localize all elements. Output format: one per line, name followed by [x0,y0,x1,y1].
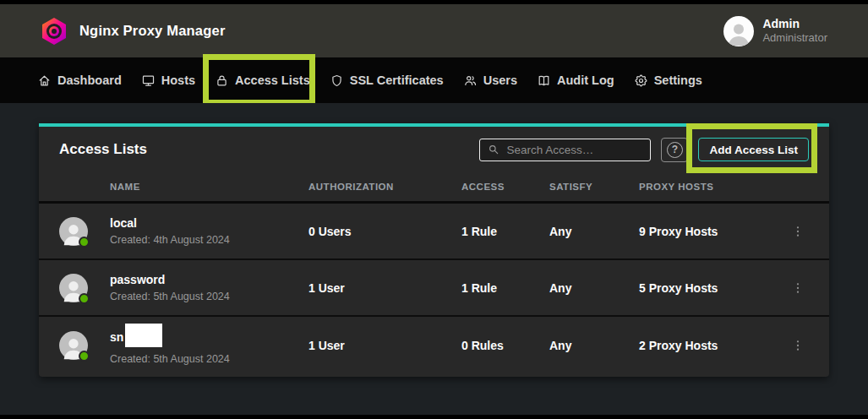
npm-logo-icon [41,17,68,46]
table-row[interactable]: password Created: 5th August 2024 1 User… [39,260,829,317]
proxy-hosts-value: 5 Proxy Hosts [639,281,766,295]
row-menu-button[interactable] [790,278,805,298]
proxy-hosts-value: 9 Proxy Hosts [639,225,766,238]
row-menu-button[interactable] [790,335,805,356]
search-box [479,139,651,161]
book-icon [537,73,551,88]
proxy-hosts-value: 2 Proxy Hosts [639,339,766,352]
column-header-authorization: AUTHORIZATION [308,182,461,192]
status-online-dot [79,351,90,362]
list-avatar-icon [59,274,88,302]
shield-icon [330,73,344,88]
column-header-access: ACCESS [461,182,549,192]
nav-item-hosts[interactable]: Hosts [141,73,195,88]
gear-icon [634,73,648,88]
nav-label: SSL Certificates [350,73,444,87]
access-list-created: Created: 5th August 2024 [110,291,230,302]
authorization-value: 1 User [308,339,461,352]
nav-label: Audit Log [557,73,614,87]
search-icon [488,144,500,155]
nav-label: Dashboard [57,73,122,87]
list-avatar-icon [59,331,88,360]
question-circle-icon: ? [667,142,683,158]
app-window: Nginx Proxy Manager Admin Administrator … [0,0,868,419]
top-header: Nginx Proxy Manager Admin Administrator [0,4,868,57]
nav-item-audit-log[interactable]: Audit Log [537,73,614,88]
nav-label: Users [483,73,517,87]
main-nav: Dashboard Hosts Access Lists SSL Certifi… [0,57,868,103]
column-header-proxy-hosts: PROXY HOSTS [639,182,766,192]
vertical-dots-icon [791,280,805,297]
table-row[interactable]: sn Created: 5th August 2024 1 User 0 Rul… [39,317,829,373]
access-value: 1 Rule [461,225,549,238]
column-header-satisfy: SATISFY [549,182,639,192]
user-role: Administrator [762,31,827,45]
column-header-name: NAME [39,182,308,192]
vertical-dots-icon [791,223,805,240]
search-input[interactable] [506,144,656,156]
home-icon [37,73,52,88]
access-list-created: Created: 5th August 2024 [110,353,230,365]
user-avatar-icon [723,16,754,46]
status-online-dot [79,293,90,304]
status-online-dot [79,237,90,248]
satisfy-value: Any [549,339,639,352]
add-access-list-button[interactable]: Add Access List [698,138,809,161]
user-menu[interactable]: Admin Administrator [723,16,827,46]
access-lists-panel: Access Lists ? Add Access List NAME [39,123,829,377]
users-icon [463,73,478,88]
access-list-name: password [110,273,230,287]
access-value: 0 Rules [461,339,549,352]
nav-item-access-lists[interactable]: Access Lists [215,73,310,88]
add-access-list-highlight: Add Access List [698,138,809,161]
nav-item-dashboard[interactable]: Dashboard [37,73,122,88]
monitor-icon [141,73,156,88]
user-name: Admin [762,17,827,31]
list-avatar-icon [59,217,88,246]
panel-title: Access Lists [59,141,147,158]
satisfy-value: Any [549,225,639,238]
satisfy-value: Any [549,281,639,295]
nav-item-users[interactable]: Users [463,73,517,88]
row-menu-button[interactable] [790,221,805,242]
access-list-name: local [110,216,230,231]
authorization-value: 1 User [308,281,461,295]
redaction-box [125,324,162,347]
authorization-value: 0 Users [308,225,461,238]
access-list-name: sn [110,326,230,350]
access-list-created: Created: 4th August 2024 [110,234,230,246]
access-value: 1 Rule [461,281,549,295]
app-title: Nginx Proxy Manager [79,23,226,39]
lock-icon [215,73,229,88]
panel-header: Access Lists ? Add Access List [39,127,829,172]
help-button[interactable]: ? [661,138,688,162]
nav-item-ssl-certificates[interactable]: SSL Certificates [330,73,444,88]
nav-item-settings[interactable]: Settings [634,73,702,88]
panel-tools: ? Add Access List [479,138,809,162]
nav-label: Settings [654,73,702,87]
table-header: NAME AUTHORIZATION ACCESS SATISFY PROXY … [39,172,829,204]
nav-label: Access Lists [235,73,310,87]
nav-label: Hosts [161,73,195,87]
page-content: Access Lists ? Add Access List NAME [0,103,868,415]
table-row[interactable]: local Created: 4th August 2024 0 Users 1… [39,204,829,260]
vertical-dots-icon [791,337,805,354]
